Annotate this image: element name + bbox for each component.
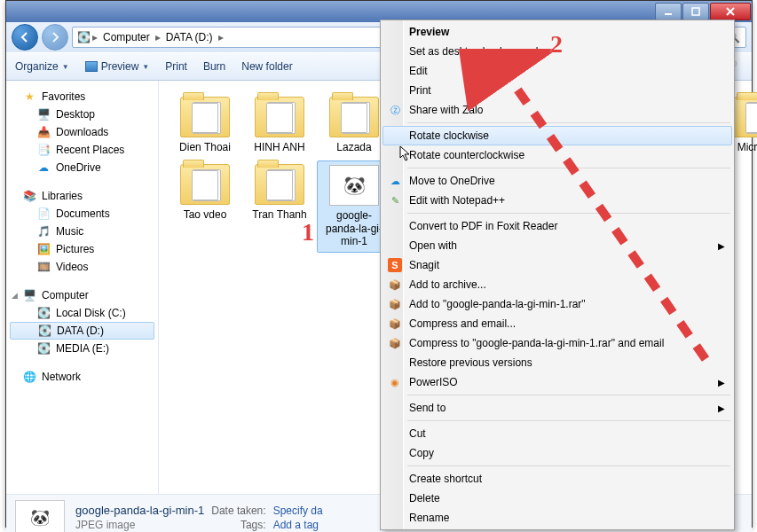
minimize-button[interactable] (655, 3, 682, 20)
sidebar-item-pictures[interactable]: 🖼️Pictures (6, 240, 158, 258)
sidebar-item-videos[interactable]: 🎞️Videos (6, 258, 158, 276)
sidebar-libraries[interactable]: 📚Libraries (6, 187, 158, 205)
recent-icon: 📑 (36, 143, 51, 157)
folder-item[interactable]: Tao vdeo (168, 160, 242, 252)
folder-icon (329, 97, 379, 137)
drive-icon: 💽 (76, 30, 91, 44)
chevron-down-icon: ▼ (142, 63, 149, 71)
chevron-right-icon[interactable]: ▸ (92, 31, 98, 43)
folder-icon (734, 97, 757, 137)
folder-icon (255, 164, 304, 205)
documents-icon: 📄 (36, 207, 51, 221)
annotation-callout-2: 2 (550, 30, 563, 59)
maximize-button[interactable] (682, 3, 709, 20)
computer-icon: 🖥️ (22, 288, 36, 302)
drive-icon: 💽 (37, 324, 51, 338)
sidebar-network[interactable]: 🌐Network (6, 368, 158, 386)
sidebar-computer[interactable]: ◢🖥️Computer (6, 286, 158, 304)
details-date-label: Date taken: (211, 505, 265, 517)
libraries-icon: 📚 (22, 189, 36, 203)
ctx-copy[interactable]: Copy (382, 443, 732, 463)
ctx-create-shortcut[interactable]: Create shortcut (382, 469, 732, 489)
music-icon: 🎵 (36, 224, 51, 239)
sidebar-item-drive-e[interactable]: 💽MEDIA (E:) (6, 340, 158, 357)
videos-icon: 🎞️ (36, 260, 51, 274)
ctx-delete[interactable]: Delete (382, 489, 732, 508)
sidebar: ★Favorites 🖥️Desktop 📥Downloads 📑Recent … (6, 81, 159, 494)
annotation-arrow (377, 49, 732, 386)
sidebar-item-drive-d[interactable]: 💽DATA (D:) (10, 322, 154, 340)
chevron-right-icon[interactable]: ▸ (155, 31, 161, 43)
ctx-send-to[interactable]: Send to▶ (382, 398, 732, 418)
folder-icon (180, 97, 230, 137)
sidebar-item-documents[interactable]: 📄Documents (6, 205, 158, 223)
details-date-value[interactable]: Specify da (273, 505, 323, 517)
folder-item[interactable]: HINH ANH (242, 93, 317, 157)
drive-icon: 💽 (36, 341, 51, 356)
preview-icon (85, 61, 98, 72)
image-icon: 🐼 (329, 165, 379, 206)
folder-icon (255, 97, 304, 137)
organize-menu[interactable]: Organize▼ (15, 60, 69, 73)
cursor-icon (399, 145, 412, 161)
pictures-icon: 🖼️ (36, 242, 51, 256)
close-button[interactable] (710, 3, 751, 20)
new-folder-button[interactable]: New folder (241, 60, 292, 73)
sidebar-item-downloads[interactable]: 📥Downloads (6, 123, 158, 141)
burn-button[interactable]: Burn (203, 60, 225, 73)
chevron-right-icon[interactable]: ▸ (218, 31, 224, 43)
ctx-cut[interactable]: Cut (382, 424, 732, 443)
breadcrumb-drive[interactable]: DATA (D:) (162, 31, 217, 43)
svg-rect-1 (692, 8, 699, 15)
back-button[interactable] (12, 24, 38, 51)
sidebar-item-recent[interactable]: 📑Recent Places (6, 141, 158, 159)
sidebar-favorites[interactable]: ★Favorites (6, 88, 158, 106)
network-icon: 🌐 (22, 370, 36, 384)
sidebar-item-drive-c[interactable]: 💽Local Disk (C:) (6, 304, 158, 322)
print-button[interactable]: Print (165, 60, 187, 73)
details-tags-label: Tags: (211, 519, 265, 531)
sidebar-item-music[interactable]: 🎵Music (6, 223, 158, 240)
annotation-callout-1: 1 (302, 218, 314, 246)
separator (407, 466, 730, 466)
details-thumbnail: 🐼 (15, 500, 65, 533)
details-filename: google-panda-la-gi-min-1 (75, 504, 204, 517)
separator (407, 395, 730, 395)
separator (407, 420, 730, 421)
folder-item[interactable]: Dien Thoai (168, 93, 242, 157)
folder-icon (180, 164, 230, 205)
star-icon: ★ (22, 90, 36, 104)
chevron-right-icon: ▶ (718, 403, 725, 413)
preview-menu[interactable]: Preview▼ (85, 60, 150, 73)
cloud-icon: ☁ (36, 160, 51, 175)
desktop-icon: 🖥️ (36, 107, 51, 121)
breadcrumb-computer[interactable]: Computer (99, 31, 154, 43)
details-filetype: JPEG image (75, 519, 204, 531)
forward-button[interactable] (42, 24, 68, 51)
ctx-rename[interactable]: Rename (382, 508, 732, 528)
details-tags-value[interactable]: Add a tag (273, 519, 323, 531)
sidebar-item-desktop[interactable]: 🖥️Desktop (6, 106, 158, 123)
caret-icon: ◢ (12, 291, 18, 300)
chevron-down-icon: ▼ (62, 63, 69, 71)
sidebar-item-onedrive[interactable]: ☁OneDrive (6, 159, 158, 176)
svg-line-4 (501, 66, 706, 359)
drive-icon: 💽 (36, 306, 51, 320)
downloads-icon: 📥 (36, 125, 51, 139)
